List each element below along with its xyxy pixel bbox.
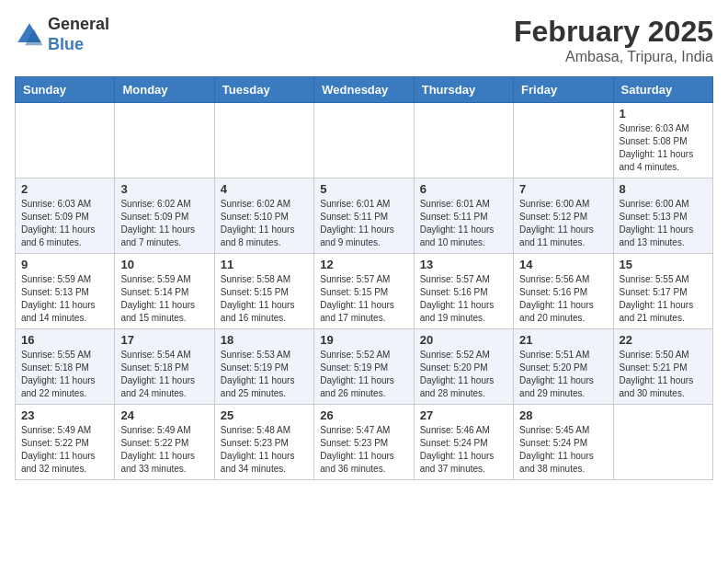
calendar-cell [613,405,712,480]
calendar-cell: 25Sunrise: 5:48 AM Sunset: 5:23 PM Dayli… [214,405,313,480]
weekday-header-wednesday: Wednesday [314,77,414,103]
day-number: 6 [420,182,507,196]
calendar-cell: 2Sunrise: 6:03 AM Sunset: 5:09 PM Daylig… [16,178,115,254]
calendar-cell: 1Sunrise: 6:03 AM Sunset: 5:08 PM Daylig… [613,103,712,178]
calendar-cell: 21Sunrise: 5:51 AM Sunset: 5:20 PM Dayli… [514,329,613,405]
weekday-header-monday: Monday [115,77,214,103]
logo-blue: Blue [48,35,109,55]
day-info: Sunrise: 6:01 AM Sunset: 5:11 PM Dayligh… [420,198,507,249]
calendar-cell: 26Sunrise: 5:47 AM Sunset: 5:23 PM Dayli… [314,405,414,480]
day-number: 23 [21,408,108,422]
week-row-3: 16Sunrise: 5:55 AM Sunset: 5:18 PM Dayli… [16,329,713,405]
logo-general: General [48,15,109,35]
day-number: 5 [320,182,407,196]
day-number: 24 [120,408,208,422]
day-number: 17 [120,333,208,347]
calendar-cell: 9Sunrise: 5:59 AM Sunset: 5:13 PM Daylig… [16,254,115,329]
day-info: Sunrise: 5:49 AM Sunset: 5:22 PM Dayligh… [21,424,108,476]
day-info: Sunrise: 5:53 AM Sunset: 5:19 PM Dayligh… [221,349,308,400]
day-info: Sunrise: 6:02 AM Sunset: 5:10 PM Dayligh… [221,198,308,249]
day-info: Sunrise: 5:49 AM Sunset: 5:22 PM Dayligh… [120,424,208,476]
calendar-cell [16,103,115,178]
day-info: Sunrise: 5:57 AM Sunset: 5:15 PM Dayligh… [320,273,407,325]
day-info: Sunrise: 5:47 AM Sunset: 5:23 PM Dayligh… [320,424,407,476]
day-info: Sunrise: 5:58 AM Sunset: 5:15 PM Dayligh… [221,273,308,325]
calendar-cell: 18Sunrise: 5:53 AM Sunset: 5:19 PM Dayli… [214,329,313,405]
week-row-4: 23Sunrise: 5:49 AM Sunset: 5:22 PM Dayli… [16,405,713,480]
day-number: 25 [221,408,308,422]
day-number: 22 [620,333,707,347]
calendar-header: SundayMondayTuesdayWednesdayThursdayFrid… [16,77,713,103]
calendar-cell: 22Sunrise: 5:50 AM Sunset: 5:21 PM Dayli… [613,329,712,405]
logo: General Blue [15,15,109,54]
calendar-cell: 10Sunrise: 5:59 AM Sunset: 5:14 PM Dayli… [115,254,214,329]
calendar-cell: 16Sunrise: 5:55 AM Sunset: 5:18 PM Dayli… [16,329,115,405]
week-row-0: 1Sunrise: 6:03 AM Sunset: 5:08 PM Daylig… [16,103,713,178]
day-info: Sunrise: 5:46 AM Sunset: 5:24 PM Dayligh… [420,424,507,476]
day-info: Sunrise: 6:00 AM Sunset: 5:13 PM Dayligh… [620,198,707,249]
calendar-cell: 27Sunrise: 5:46 AM Sunset: 5:24 PM Dayli… [414,405,513,480]
day-number: 3 [120,182,208,196]
calendar-cell: 19Sunrise: 5:52 AM Sunset: 5:19 PM Dayli… [314,329,414,405]
location: Ambasa, Tripura, India [514,49,713,65]
day-info: Sunrise: 5:55 AM Sunset: 5:18 PM Dayligh… [21,349,108,400]
day-number: 1 [620,107,707,121]
calendar-cell: 11Sunrise: 5:58 AM Sunset: 5:15 PM Dayli… [214,254,313,329]
day-info: Sunrise: 6:02 AM Sunset: 5:09 PM Dayligh… [120,198,208,249]
calendar-cell: 12Sunrise: 5:57 AM Sunset: 5:15 PM Dayli… [314,254,414,329]
day-number: 18 [221,333,308,347]
day-info: Sunrise: 5:50 AM Sunset: 5:21 PM Dayligh… [620,349,707,400]
week-row-1: 2Sunrise: 6:03 AM Sunset: 5:09 PM Daylig… [16,178,713,254]
calendar-cell [514,103,613,178]
calendar-cell: 23Sunrise: 5:49 AM Sunset: 5:22 PM Dayli… [16,405,115,480]
calendar-cell: 24Sunrise: 5:49 AM Sunset: 5:22 PM Dayli… [115,405,214,480]
logo-icon [15,20,44,50]
weekday-header-friday: Friday [514,77,613,103]
page-header: General Blue February 2025 Ambasa, Tripu… [15,15,713,65]
day-info: Sunrise: 5:55 AM Sunset: 5:17 PM Dayligh… [620,273,707,325]
calendar-cell [115,103,214,178]
day-number: 4 [221,182,308,196]
calendar-cell [314,103,414,178]
day-number: 12 [320,258,407,271]
calendar: SundayMondayTuesdayWednesdayThursdayFrid… [15,76,713,480]
day-number: 2 [21,182,108,196]
day-number: 20 [420,333,507,347]
calendar-cell: 14Sunrise: 5:56 AM Sunset: 5:16 PM Dayli… [514,254,613,329]
day-info: Sunrise: 5:45 AM Sunset: 5:24 PM Dayligh… [519,424,607,476]
weekday-row: SundayMondayTuesdayWednesdayThursdayFrid… [16,77,713,103]
day-number: 9 [21,258,108,271]
weekday-header-saturday: Saturday [613,77,712,103]
calendar-cell [214,103,313,178]
day-number: 19 [320,333,407,347]
day-number: 27 [420,408,507,422]
title-area: February 2025 Ambasa, Tripura, India [514,15,713,65]
calendar-cell: 7Sunrise: 6:00 AM Sunset: 5:12 PM Daylig… [514,178,613,254]
calendar-body: 1Sunrise: 6:03 AM Sunset: 5:08 PM Daylig… [16,103,713,480]
calendar-cell: 5Sunrise: 6:01 AM Sunset: 5:11 PM Daylig… [314,178,414,254]
day-info: Sunrise: 6:03 AM Sunset: 5:08 PM Dayligh… [620,122,707,174]
calendar-cell: 28Sunrise: 5:45 AM Sunset: 5:24 PM Dayli… [514,405,613,480]
day-number: 13 [420,258,507,271]
day-info: Sunrise: 5:57 AM Sunset: 5:16 PM Dayligh… [420,273,507,325]
day-info: Sunrise: 6:03 AM Sunset: 5:09 PM Dayligh… [21,198,108,249]
calendar-cell: 15Sunrise: 5:55 AM Sunset: 5:17 PM Dayli… [613,254,712,329]
day-info: Sunrise: 6:00 AM Sunset: 5:12 PM Dayligh… [519,198,607,249]
day-info: Sunrise: 5:52 AM Sunset: 5:19 PM Dayligh… [320,349,407,400]
calendar-cell: 13Sunrise: 5:57 AM Sunset: 5:16 PM Dayli… [414,254,513,329]
day-number: 28 [519,408,607,422]
calendar-cell: 17Sunrise: 5:54 AM Sunset: 5:18 PM Dayli… [115,329,214,405]
weekday-header-sunday: Sunday [16,77,115,103]
day-info: Sunrise: 5:48 AM Sunset: 5:23 PM Dayligh… [221,424,308,476]
day-number: 10 [120,258,208,271]
calendar-cell: 4Sunrise: 6:02 AM Sunset: 5:10 PM Daylig… [214,178,313,254]
calendar-cell [414,103,513,178]
day-info: Sunrise: 5:52 AM Sunset: 5:20 PM Dayligh… [420,349,507,400]
logo-text: General Blue [48,15,109,54]
day-info: Sunrise: 5:59 AM Sunset: 5:13 PM Dayligh… [21,273,108,325]
weekday-header-tuesday: Tuesday [214,77,313,103]
day-info: Sunrise: 6:01 AM Sunset: 5:11 PM Dayligh… [320,198,407,249]
day-number: 15 [620,258,707,271]
day-info: Sunrise: 5:51 AM Sunset: 5:20 PM Dayligh… [519,349,607,400]
day-info: Sunrise: 5:56 AM Sunset: 5:16 PM Dayligh… [519,273,607,325]
